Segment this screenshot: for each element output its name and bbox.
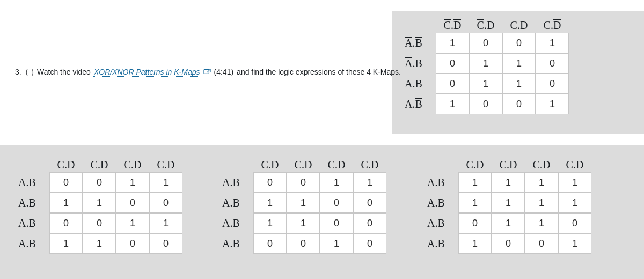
kmap-cell: 1 [469,74,502,94]
kmap-col-header: C.D [287,159,320,172]
kmap-cell: 0 [536,53,569,74]
kmap-cell: 1 [253,213,287,233]
kmap-cell: 1 [558,233,591,254]
kmap-cell: 1 [492,172,525,193]
kmap-cell: 0 [436,74,469,94]
kmap-cell: 1 [116,172,149,193]
kmap-col-header: C.D [353,159,386,172]
kmap-cell: 1 [536,33,569,53]
kmap-cell: 1 [458,193,492,213]
kmap-cell: 1 [116,213,149,233]
kmap-cell: 1 [525,213,558,233]
kmap-cell: 1 [83,233,116,254]
question-number: 3. [15,68,21,76]
kmap-cell: 1 [458,172,492,193]
kmap-cell: 1 [492,213,525,233]
kmap-cell: 0 [353,233,386,254]
kmap-cell: 0 [116,193,149,213]
kmap-cell: 0 [287,172,320,193]
kmap-row-header: A.B [402,33,436,53]
kmap-cell: 0 [253,233,287,254]
kmap-cell: 1 [320,172,353,193]
points-open: ( [26,68,28,76]
kmap-cell: 0 [253,172,287,193]
kmap-col-header: C.D [49,159,83,172]
kmap-col-header: C.D [253,159,287,172]
kmap-cell: 0 [436,53,469,74]
kmap-cell: 0 [149,233,182,254]
kmap-cell: 1 [469,53,502,74]
kmap-cell: 0 [49,213,83,233]
kmap-cell: 0 [116,233,149,254]
kmap-col-header: C.D [502,19,536,33]
kmap-col-header: C.D [492,159,525,172]
kmap-cell: 1 [49,233,83,254]
kmap-cell: 1 [436,94,469,114]
video-duration: (4:41) [214,68,234,76]
kmap-cell: 0 [83,172,116,193]
kmap-cell: 0 [536,74,569,94]
kmap-col-header: C.D [83,159,116,172]
kmap-cell: 0 [525,233,558,254]
kmap-3: C.DC.DC.DC.DA.B0011A.B1100A.B1100A.B0010 [220,159,386,254]
kmap-cell: 1 [320,233,353,254]
kmap-row-header: A.B [220,233,253,254]
prompt-lead: Watch the video [37,68,91,76]
kmap-cell: 0 [83,213,116,233]
kmap-cell: 0 [469,94,502,114]
kmap-cell: 0 [149,193,182,213]
kmap-cell: 1 [353,172,386,193]
kmap-cell: 0 [558,213,591,233]
kmap-4: C.DC.DC.DC.DA.B1111A.B1111A.B0110A.B1001 [425,159,591,254]
kmap-col-header: C.D [116,159,149,172]
kmap-col-header: C.D [469,19,502,33]
kmap-cell: 1 [525,193,558,213]
kmap-row-header: A.B [402,53,436,74]
kmap-row-header: A.B [220,213,253,233]
kmap-cell: 1 [436,33,469,53]
external-link-icon [203,69,211,75]
kmap-col-header: C.D [536,19,569,33]
kmap-cell: 1 [253,193,287,213]
kmap-row-header: A.B [220,193,253,213]
kmap-cell: 1 [49,193,83,213]
kmap-col-header: C.D [149,159,182,172]
kmap-cell: 0 [492,233,525,254]
kmap-cell: 0 [353,213,386,233]
kmap-col-header: C.D [458,159,492,172]
kmap-cell: 0 [502,33,536,53]
kmap-row-header: A.B [220,172,253,193]
kmap-row-header: A.B [16,193,49,213]
kmap-cell: 0 [320,213,353,233]
kmap-1: C.DC.DC.DC.DA.B1001A.B0110A.B0110A.B1001 [402,19,569,114]
kmap-cell: 0 [287,233,320,254]
kmap-cell: 1 [149,172,182,193]
kmap-cell: 0 [458,213,492,233]
kmap-cell: 1 [287,193,320,213]
kmap-2: C.DC.DC.DC.DA.B0011A.B1100A.B0011A.B1100 [16,159,182,254]
kmap-cell: 1 [502,53,536,74]
kmap-cell: 0 [320,193,353,213]
kmap-row-header: A.B [16,213,49,233]
prompt-tail: and find the logic expressions of these … [237,68,401,76]
points-close: ) [31,68,34,76]
kmap-cell: 1 [558,172,591,193]
kmap-col-header: C.D [558,159,591,172]
kmap-col-header: C.D [525,159,558,172]
kmap-cell: 1 [502,74,536,94]
question-prompt: 3. ( ) Watch the video XOR/XNOR Patterns… [15,68,401,76]
video-link[interactable]: XOR/XNOR Patterns in K-Maps [94,68,200,76]
kmap-cell: 1 [492,193,525,213]
kmap-cell: 1 [458,233,492,254]
kmap-cell: 1 [83,193,116,213]
kmap-row-header: A.B [425,193,458,213]
kmap-row-header: A.B [402,74,436,94]
kmap-cell: 1 [149,213,182,233]
kmap-row-header: A.B [425,233,458,254]
kmap-row-header: A.B [425,172,458,193]
kmap-col-header: C.D [436,19,469,33]
kmap-cell: 0 [469,33,502,53]
kmap-cell: 1 [558,193,591,213]
kmap-cell: 0 [502,94,536,114]
kmap-row-header: A.B [16,233,49,254]
